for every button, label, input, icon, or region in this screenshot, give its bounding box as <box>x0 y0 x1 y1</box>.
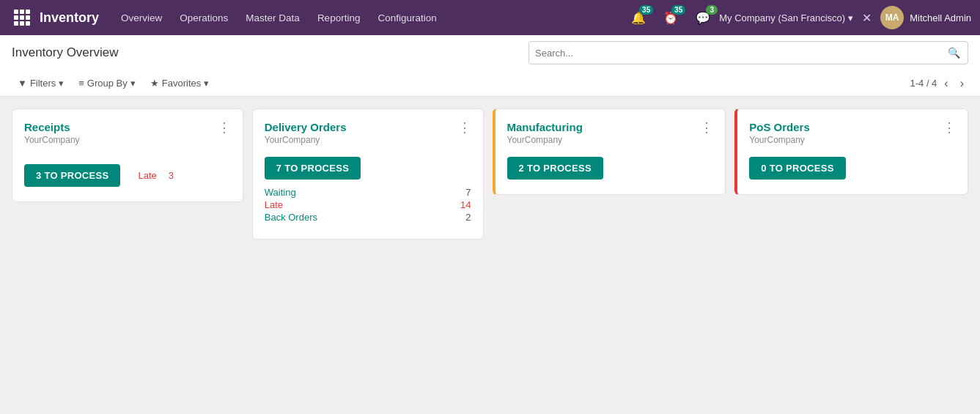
pagination-next-button[interactable]: › <box>956 75 968 92</box>
card-pos-menu-button[interactable]: ⋮ <box>940 121 959 134</box>
card-delivery-title: Delivery Orders <box>265 121 347 133</box>
delivery-backorders-value: 2 <box>465 212 471 223</box>
username-label[interactable]: Mitchell Admin <box>910 12 971 23</box>
messages-badge: 3 <box>706 5 718 15</box>
pagination: 1-4 / 4 ‹ › <box>910 75 968 92</box>
card-manufacturing-menu-button[interactable]: ⋮ <box>697 121 716 134</box>
card-manufacturing-company: YourCompany <box>507 135 583 145</box>
delivery-late-value: 14 <box>460 199 471 210</box>
card-delivery-company: YourCompany <box>265 135 347 145</box>
delivery-backorders-label: Back Orders <box>265 212 317 223</box>
delivery-waiting-row: Waiting 7 <box>265 187 471 198</box>
nav-configuration[interactable]: Configuration <box>370 8 443 28</box>
delivery-late-row: Late 14 <box>265 199 471 210</box>
card-pos-title: PoS Orders <box>749 121 810 133</box>
search-input[interactable] <box>529 45 940 62</box>
company-name: My Company (San Francisco) <box>719 12 845 23</box>
delivery-waiting-label: Waiting <box>265 187 296 198</box>
card-receipts-stats-row: 3 TO PROCESS Late 3 <box>24 164 231 187</box>
nav-operations[interactable]: Operations <box>172 8 235 28</box>
manufacturing-process-button[interactable]: 2 TO PROCESS <box>507 157 603 180</box>
pagination-label: 1-4 / 4 <box>910 78 937 89</box>
filter-buttons-group: ▼ Filters ▾ ≡ Group By ▾ ★ Favorites ▾ <box>12 75 215 92</box>
page-title: Inventory Overview <box>12 45 520 60</box>
favorites-button[interactable]: ★ Favorites ▾ <box>144 75 215 92</box>
card-pos-header: PoS Orders YourCompany ⋮ <box>737 109 968 148</box>
card-manufacturing-header: Manufacturing YourCompany ⋮ <box>495 109 726 148</box>
card-receipts-title: Receipts <box>24 121 80 133</box>
filter-icon: ▼ <box>18 78 27 89</box>
pos-process-button[interactable]: 0 TO PROCESS <box>749 157 845 180</box>
card-manufacturing: Manufacturing YourCompany ⋮ 2 TO PROCESS <box>493 108 726 195</box>
nav-reporting[interactable]: Reporting <box>310 8 368 28</box>
card-delivery-header: Delivery Orders YourCompany ⋮ <box>253 109 483 148</box>
card-receipts: Receipts YourCompany ⋮ 3 TO PROCESS Late… <box>12 108 243 202</box>
card-pos-orders: PoS Orders YourCompany ⋮ 0 TO PROCESS <box>734 108 968 195</box>
groupby-button[interactable]: ≡ Group By ▾ <box>73 75 141 92</box>
card-receipts-body: 3 TO PROCESS Late 3 <box>12 148 243 202</box>
filter-chevron-icon: ▾ <box>59 78 64 89</box>
activity-badge: 35 <box>671 5 685 15</box>
app-logo: Inventory <box>40 10 99 26</box>
groupby-icon: ≡ <box>78 78 84 89</box>
delivery-waiting-value: 7 <box>465 187 471 198</box>
receipts-late-label: Late <box>138 170 156 181</box>
card-receipts-header: Receipts YourCompany ⋮ <box>12 109 243 148</box>
main-content: Receipts YourCompany ⋮ 3 TO PROCESS Late… <box>0 97 980 251</box>
avatar[interactable]: MA <box>880 6 904 29</box>
receipts-late-value: 3 <box>169 170 174 181</box>
activity-button[interactable]: ⏰ 35 <box>660 8 681 28</box>
topnav-right-area: 🔔 35 ⏰ 35 💬 3 My Company (San Francisco)… <box>628 6 971 29</box>
chevron-down-icon: ▾ <box>848 12 853 23</box>
delivery-process-button[interactable]: 7 TO PROCESS <box>265 157 361 180</box>
filter-bar: ▼ Filters ▾ ≡ Group By ▾ ★ Favorites ▾ 1… <box>12 70 968 96</box>
card-receipts-menu-button[interactable]: ⋮ <box>215 121 234 134</box>
card-delivery-menu-button[interactable]: ⋮ <box>455 121 474 134</box>
nav-master-data[interactable]: Master Data <box>238 8 307 28</box>
card-delivery-body: 7 TO PROCESS Waiting 7 Late 14 Back Orde… <box>253 148 483 239</box>
search-icon-button[interactable]: 🔍 <box>940 47 968 59</box>
subheader: Inventory Overview 🔍 ▼ Filters ▾ ≡ Group… <box>0 35 980 97</box>
company-selector[interactable]: My Company (San Francisco) ▾ <box>719 12 853 23</box>
notifications-badge: 35 <box>639 5 653 15</box>
card-receipts-company: YourCompany <box>24 135 80 145</box>
receipts-process-button[interactable]: 3 TO PROCESS <box>24 164 120 187</box>
nav-overview[interactable]: Overview <box>114 8 169 28</box>
card-manufacturing-body: 2 TO PROCESS <box>495 148 726 194</box>
filters-button[interactable]: ▼ Filters ▾ <box>12 75 70 92</box>
top-navigation: Inventory Overview Operations Master Dat… <box>0 0 980 35</box>
card-delivery-orders: Delivery Orders YourCompany ⋮ 7 TO PROCE… <box>252 108 484 240</box>
card-pos-company: YourCompany <box>749 135 810 145</box>
search-icon: 🔍 <box>948 47 960 59</box>
delivery-late-label: Late <box>265 199 283 210</box>
card-delivery-stats: Waiting 7 Late 14 Back Orders 2 <box>265 187 471 223</box>
apps-menu-button[interactable] <box>9 4 35 31</box>
close-button[interactable]: ✕ <box>859 11 874 25</box>
card-pos-body: 0 TO PROCESS <box>737 148 968 194</box>
avatar-initials: MA <box>885 12 899 23</box>
card-manufacturing-title: Manufacturing <box>507 121 583 133</box>
messages-button[interactable]: 💬 3 <box>693 8 713 28</box>
star-icon: ★ <box>150 78 159 89</box>
groupby-chevron-icon: ▾ <box>130 78 136 89</box>
search-bar: 🔍 <box>528 41 968 64</box>
main-nav-menu: Overview Operations Master Data Reportin… <box>114 8 628 28</box>
pagination-prev-button[interactable]: ‹ <box>940 75 952 92</box>
notifications-button[interactable]: 🔔 35 <box>628 8 649 28</box>
subheader-top-row: Inventory Overview 🔍 <box>12 35 968 70</box>
favorites-chevron-icon: ▾ <box>204 78 209 89</box>
delivery-backorders-row: Back Orders 2 <box>265 212 471 223</box>
